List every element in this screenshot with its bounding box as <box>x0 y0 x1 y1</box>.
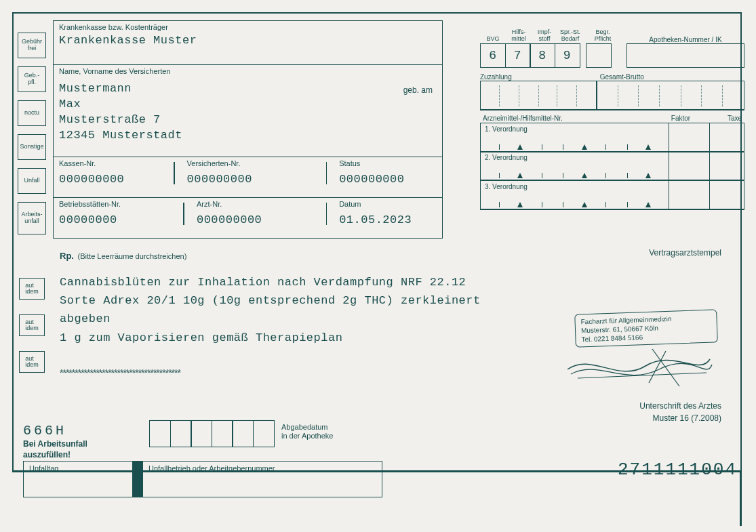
code-sprst[interactable]: 9 <box>555 43 580 68</box>
kassen-nr: 000000000 <box>59 173 161 186</box>
abgabe-box-2[interactable] <box>170 420 192 447</box>
doctor-stamp: Facharzt für Allgemeinmedizin Musterstr.… <box>574 309 718 347</box>
dob-label: geb. am <box>403 85 433 95</box>
patient-data-block: Krankenkasse bzw. Kostenträger Krankenka… <box>53 20 443 239</box>
unfall-box: Unfalltag Unfallbetrieb oder Arbeitgeber… <box>23 461 382 497</box>
medheader-taxe: Taxe <box>704 115 742 122</box>
aut-idem-1[interactable]: aut idem <box>19 278 45 300</box>
arzt-nr: 000000000 <box>197 213 314 226</box>
abgabe-box-3[interactable] <box>191 420 212 447</box>
datum-label: Datum <box>339 200 437 208</box>
checkbox-sonstige[interactable]: Sonstige <box>18 134 46 160</box>
insurer-label: Krankenkasse bzw. Kostenträger <box>59 23 437 31</box>
med-row-1-label: 1. Verordnung <box>485 125 528 133</box>
arzt-nr-label: Arzt-Nr. <box>197 200 314 208</box>
aut-idem-column: aut idem aut idem aut idem <box>19 278 50 388</box>
patient-surname: Mustermann <box>59 82 437 95</box>
serial-number: 2711111004 <box>618 459 737 480</box>
betrieb-nr: 00000000 <box>59 213 171 226</box>
form-version: Muster 16 (7.2008) <box>653 413 721 423</box>
rp-prefix: Rp. <box>60 251 74 261</box>
betrieb-nr-label: Betriebsstätten-Nr. <box>59 200 171 208</box>
abgabe-box-1[interactable] <box>149 420 171 447</box>
datum-value: 01.05.2023 <box>339 213 437 226</box>
prescription-form: Gebühr frei Geb.- pfl. noctu Sonstige Un… <box>12 12 742 472</box>
unfallbetrieb-label[interactable]: Unfallbetrieb oder Arbeitgebernummer <box>143 462 382 497</box>
ids-row-1: Kassen-Nr. 000000000 Versicherten-Nr. 00… <box>53 157 443 198</box>
rp-hint: (Bitte Leerräume durchstreichen) <box>78 252 187 260</box>
pharmacy-block: BVG Hilfs- mittel Impf- stoff Spr.-St. B… <box>480 27 744 210</box>
stamp-label: Vertragsarztstempel <box>649 248 721 258</box>
checkbox-unfall[interactable]: Unfall <box>18 168 46 194</box>
abgabe-box-5[interactable] <box>232 420 254 447</box>
brutto-label: Gesamt-Brutto <box>596 73 744 81</box>
code-header-hilfsmittel: Hilfs- mittel <box>506 27 532 43</box>
code-bvg[interactable]: 6 <box>480 43 506 68</box>
med-row-2[interactable]: 2. Verordnung <box>480 151 744 181</box>
brutto-box[interactable] <box>596 81 744 110</box>
zuzahlung-box[interactable] <box>480 81 597 110</box>
signature-label: Unterschrift des Arztes <box>639 401 721 411</box>
abgabe-box-6[interactable] <box>253 420 275 447</box>
rp-line-3: 1 g zum Vaporisieren gemäß Therapieplan <box>60 329 534 347</box>
abgabe-box-4[interactable] <box>212 420 233 447</box>
patient-label: Name, Vorname des Versicherten <box>59 67 437 75</box>
patient-box: Name, Vorname des Versicherten Musterman… <box>53 65 443 157</box>
apotheke-box[interactable] <box>626 43 744 68</box>
aut-idem-2[interactable]: aut idem <box>19 314 45 336</box>
status-label: Status <box>339 159 437 167</box>
checkbox-gebuehr-frei[interactable]: Gebühr frei <box>18 33 46 58</box>
insurer-box: Krankenkasse bzw. Kostenträger Krankenka… <box>53 20 443 65</box>
status-value: 000000000 <box>339 173 437 186</box>
rp-line-2: Sorte Adrex 20/1 10g (10g entsprechend 2… <box>60 291 534 328</box>
patient-city: 12345 Musterstadt <box>59 129 437 142</box>
code-begr[interactable] <box>586 43 612 68</box>
versicherten-nr: 000000000 <box>187 173 314 186</box>
medheader-arznei: Arzneimittel-/Hilfsmittel-Nr. <box>483 115 657 122</box>
medheader-faktor: Faktor <box>657 115 704 122</box>
code-header-impfstoff: Impf- stoff <box>532 27 557 43</box>
checkbox-noctu[interactable]: noctu <box>18 100 46 126</box>
rp-strike: **************************************** <box>60 367 534 378</box>
rp-section: Rp. (Bitte Leerräume durchstreichen) Can… <box>60 251 534 378</box>
med-row-3-label: 3. Verordnung <box>485 183 528 190</box>
apotheke-label: Apotheken-Nummer / IK <box>626 36 744 43</box>
med-row-1[interactable]: 1. Verordnung <box>480 123 744 152</box>
status-checkbox-column: Gebühr frei Geb.- pfl. noctu Sonstige Un… <box>18 33 49 243</box>
med-row-2-label: 2. Verordnung <box>485 154 528 161</box>
footer-note-2: auszufüllen! <box>23 450 71 459</box>
patient-firstname: Max <box>59 98 437 110</box>
code-hilfsmittel[interactable]: 7 <box>505 43 531 68</box>
zuzahlung-label: Zuzahlung <box>480 73 597 81</box>
footer-note-1: Bei Arbeitsunfall <box>23 439 87 449</box>
aut-idem-3[interactable]: aut idem <box>19 351 45 373</box>
ids-row-2: Betriebsstätten-Nr. 00000000 Arzt-Nr. 00… <box>53 198 443 239</box>
checkbox-geb-pfl[interactable]: Geb.- pfl. <box>18 66 46 92</box>
code-header-bvg: BVG <box>480 27 506 43</box>
patient-street: Musterstraße 7 <box>59 113 437 126</box>
versicherten-nr-label: Versicherten-Nr. <box>187 159 314 167</box>
unfalltag-label[interactable]: Unfalltag <box>24 462 132 497</box>
code-header-begr: Begr. Pflicht <box>590 27 616 43</box>
rp-line-1: Cannabisblüten zur Inhalation nach Verda… <box>60 273 534 291</box>
med-row-3[interactable]: 3. Verordnung <box>480 180 744 210</box>
checkbox-arbeitsunfall[interactable]: Arbeits- unfall <box>18 202 46 234</box>
footer-code: 666H <box>23 423 66 438</box>
kassen-nr-label: Kassen-Nr. <box>59 159 161 167</box>
abgabedatum-strip: Abgabedatum in der Apotheke <box>149 420 333 447</box>
abgabedatum-label: Abgabedatum in der Apotheke <box>281 420 333 441</box>
signature-icon <box>564 346 713 393</box>
insurer-value: Krankenkasse Muster <box>59 34 437 47</box>
code-header-sprst: Spr.-St. Bedarf <box>557 27 583 43</box>
code-impfstoff[interactable]: 8 <box>530 43 555 68</box>
